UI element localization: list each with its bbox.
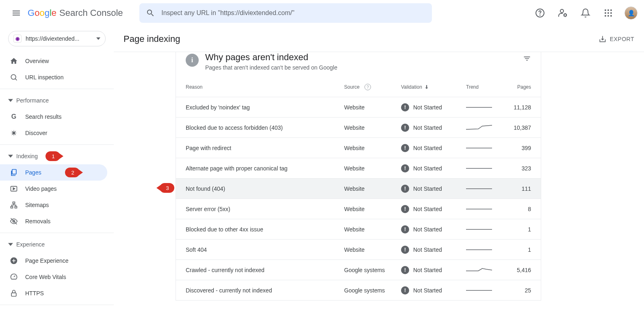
nav-label: Pages bbox=[25, 169, 41, 176]
source-cell: Google systems bbox=[344, 287, 401, 294]
svg-point-6 bbox=[607, 9, 609, 11]
filter-button[interactable] bbox=[523, 55, 531, 64]
table-row[interactable]: Blocked due to access forbidden (403)Web… bbox=[176, 117, 541, 137]
reason-cell: Soft 404 bbox=[186, 246, 344, 253]
validation-cell: !Not Started bbox=[401, 266, 466, 274]
reason-cell: Blocked due to other 4xx issue bbox=[186, 226, 344, 233]
nav-label: Video pages bbox=[25, 185, 57, 192]
help-button[interactable] bbox=[530, 3, 550, 23]
section-performance[interactable]: Performance bbox=[0, 92, 114, 109]
nav-https[interactable]: HTTPS bbox=[0, 285, 107, 301]
chevron-down-icon bbox=[8, 98, 13, 103]
nav-url-inspection[interactable]: URL inspection bbox=[0, 69, 107, 85]
col-header-pages[interactable]: Pages bbox=[503, 84, 531, 90]
svg-point-7 bbox=[610, 9, 612, 11]
section-indexing[interactable]: Indexing 1 bbox=[0, 148, 114, 164]
url-inspect-search[interactable] bbox=[139, 3, 432, 23]
nav-pages[interactable]: Pages 2 bbox=[0, 164, 107, 181]
nav-label: Discover bbox=[25, 130, 47, 136]
source-cell: Website bbox=[344, 185, 401, 192]
chevron-down-icon bbox=[8, 242, 13, 247]
table-row[interactable]: Soft 404Website!Not Started1 bbox=[176, 239, 541, 259]
apps-icon bbox=[603, 8, 613, 18]
validation-cell: !Not Started bbox=[401, 185, 466, 193]
nav-overview[interactable]: Overview bbox=[0, 53, 107, 69]
lock-icon bbox=[10, 289, 18, 297]
table-row[interactable]: Excluded by 'noindex' tagWebsite!Not Sta… bbox=[176, 97, 541, 117]
sparkline-icon bbox=[466, 245, 492, 253]
export-button[interactable]: EXPORT bbox=[598, 35, 634, 43]
svg-point-11 bbox=[605, 15, 606, 17]
sort-arrow-icon bbox=[424, 84, 429, 90]
pages-cell: 1 bbox=[503, 246, 531, 253]
source-cell: Website bbox=[344, 124, 401, 131]
table-row[interactable]: Page with redirectWebsite!Not Started399 bbox=[176, 137, 541, 158]
table-row[interactable]: Not found (404)Website!Not Started111 bbox=[176, 178, 541, 198]
table-row[interactable]: Crawled - currently not indexedGoogle sy… bbox=[176, 259, 541, 280]
reason-cell: Discovered - currently not indexed bbox=[186, 287, 344, 294]
nav-search-results[interactable]: G Search results bbox=[0, 109, 107, 125]
trend-cell bbox=[466, 286, 503, 295]
pages-cell: 11,128 bbox=[503, 104, 531, 111]
source-cell: Website bbox=[344, 206, 401, 212]
annotation-badge-3: 3 bbox=[160, 183, 174, 193]
col-header-source[interactable]: Source? bbox=[344, 84, 401, 90]
account-avatar[interactable]: 👤 bbox=[624, 7, 637, 20]
help-icon[interactable]: ? bbox=[364, 84, 371, 90]
reason-cell: Alternate page with proper canonical tag bbox=[186, 165, 344, 172]
source-cell: Google systems bbox=[344, 267, 401, 273]
chevron-down-icon bbox=[8, 154, 13, 159]
sparkline-icon bbox=[466, 143, 492, 151]
source-cell: Website bbox=[344, 246, 401, 253]
google-logo-icon: Google bbox=[28, 8, 58, 18]
logo[interactable]: Google Search Console bbox=[28, 8, 123, 18]
sidebar: ◉ https://diviextended... Overview URL i… bbox=[0, 26, 114, 314]
nav-sitemaps[interactable]: Sitemaps bbox=[0, 197, 107, 213]
property-selector[interactable]: ◉ https://diviextended... bbox=[8, 31, 106, 46]
pages-cell: 399 bbox=[503, 145, 531, 151]
col-header-trend[interactable]: Trend bbox=[466, 84, 503, 90]
table-header-row: Reason Source? Validation Trend Pages bbox=[176, 77, 541, 97]
svg-point-13 bbox=[610, 15, 612, 17]
validation-cell: !Not Started bbox=[401, 144, 466, 152]
nav-discover[interactable]: Discover bbox=[0, 125, 107, 141]
search-icon bbox=[10, 73, 18, 81]
sparkline-icon bbox=[466, 164, 492, 172]
chevron-down-icon bbox=[96, 37, 100, 40]
page-title: Page indexing bbox=[124, 34, 180, 44]
table-row[interactable]: Alternate page with proper canonical tag… bbox=[176, 158, 541, 178]
exclaim-icon: ! bbox=[401, 286, 409, 294]
section-experience[interactable]: Experience bbox=[0, 236, 114, 253]
search-icon bbox=[146, 8, 155, 18]
trend-cell bbox=[466, 102, 503, 112]
nav-video-pages[interactable]: Video pages bbox=[0, 181, 107, 197]
google-g-icon: G bbox=[10, 113, 18, 121]
help-icon bbox=[535, 8, 545, 18]
nav-core-web-vitals[interactable]: Core Web Vitals bbox=[0, 269, 107, 285]
svg-point-12 bbox=[607, 15, 609, 17]
table-row[interactable]: Server error (5xx)Website!Not Started8 bbox=[176, 198, 541, 219]
section-label: Experience bbox=[16, 241, 45, 248]
table-row[interactable]: Blocked due to other 4xx issueWebsite!No… bbox=[176, 219, 541, 239]
card-title: Why pages aren't indexed bbox=[205, 52, 337, 63]
apps-button[interactable] bbox=[598, 3, 618, 23]
pages-cell: 1 bbox=[503, 226, 531, 233]
col-header-reason[interactable]: Reason bbox=[186, 84, 344, 90]
col-header-validation[interactable]: Validation bbox=[401, 84, 466, 90]
manage-users-button[interactable] bbox=[553, 3, 572, 23]
exclaim-icon: ! bbox=[401, 246, 409, 254]
source-cell: Website bbox=[344, 104, 401, 111]
sparkline-icon bbox=[466, 204, 492, 212]
nav-removals[interactable]: Removals bbox=[0, 213, 107, 229]
notifications-button[interactable] bbox=[576, 3, 595, 23]
url-inspect-input[interactable] bbox=[161, 9, 425, 17]
nav-label: HTTPS bbox=[25, 290, 44, 297]
table-row[interactable]: Discovered - currently not indexedGoogle… bbox=[176, 280, 541, 300]
nav-page-experience[interactable]: Page Experience bbox=[0, 253, 107, 269]
sparkline-icon bbox=[466, 123, 492, 131]
svg-rect-15 bbox=[12, 170, 16, 174]
svg-rect-18 bbox=[11, 206, 13, 208]
menu-button[interactable] bbox=[7, 3, 26, 23]
nav-label: Removals bbox=[25, 218, 50, 225]
annotation-badge-1: 1 bbox=[46, 151, 60, 161]
